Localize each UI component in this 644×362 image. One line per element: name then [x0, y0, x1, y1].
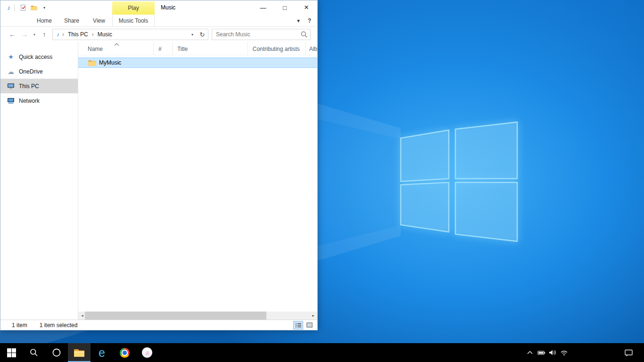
start-button[interactable] [0, 343, 23, 362]
taskbar-file-explorer-button[interactable] [68, 343, 91, 362]
cortana-circle-icon [52, 348, 61, 357]
column-header-number[interactable]: # [154, 42, 173, 55]
sidebar-item-label: OneDrive [19, 68, 43, 75]
qat-new-folder-icon[interactable] [29, 2, 39, 13]
sort-ascending-icon [115, 43, 119, 48]
breadcrumb-separator: › [92, 31, 94, 38]
tab-view[interactable]: View [85, 15, 113, 26]
search-box [212, 29, 311, 40]
column-header-name[interactable]: Name [78, 42, 154, 55]
battery-icon[interactable] [536, 343, 547, 362]
horizontal-scrollbar[interactable]: ◄ ► [78, 312, 317, 320]
folder-icon [88, 60, 96, 66]
qat-customize-chevron-icon[interactable]: ▾ [39, 2, 50, 13]
quick-access-star-icon: ★ [7, 53, 15, 60]
desktop: ♪ ▾ Play Music — □ [0, 0, 644, 362]
column-headers: Name # Title Contributing artists Alb [78, 42, 317, 55]
sidebar-item-this-pc[interactable]: This PC [0, 79, 78, 93]
up-button[interactable]: ↑ [38, 28, 50, 41]
close-button[interactable]: × [296, 0, 317, 15]
recent-locations-chevron-icon[interactable]: ▾ [31, 28, 38, 41]
scrollbar-thumb[interactable] [85, 312, 266, 320]
chrome-icon [120, 348, 130, 358]
status-bar: 1 item 1 item selected [0, 320, 317, 330]
forward-button[interactable]: → [18, 28, 31, 41]
file-explorer-window: ♪ ▾ Play Music — □ [0, 0, 318, 330]
minimize-button[interactable]: — [252, 0, 274, 15]
onedrive-cloud-icon: ☁ [7, 68, 15, 75]
breadcrumb-music[interactable]: Music [97, 31, 113, 38]
maximize-button[interactable]: □ [274, 0, 296, 15]
navigation-pane: ★ Quick access ☁ OneDrive [0, 42, 78, 320]
address-row: ← → ▾ ↑ ♪ › This PC › Music ▾ ↻ [0, 27, 317, 42]
window-title: Music [161, 0, 175, 15]
help-button[interactable]: ? [305, 17, 314, 25]
network-icon [7, 98, 15, 104]
file-list-panel: Name # Title Contributing artists Alb [78, 42, 317, 320]
hidden-icons-chevron-icon[interactable] [524, 343, 536, 362]
column-header-contributing-artists[interactable]: Contributing artists [248, 42, 306, 55]
speaker-icon[interactable] [547, 343, 558, 362]
window-controls: — □ × [252, 0, 317, 15]
sidebar-item-onedrive[interactable]: ☁ OneDrive [0, 64, 78, 79]
file-row-mymusic[interactable]: MyMusic [78, 58, 317, 68]
windows-logo-icon [7, 348, 16, 357]
action-center-icon [624, 349, 633, 357]
address-dropdown-chevron-icon[interactable]: ▾ [188, 33, 197, 37]
tab-music-tools[interactable]: Music Tools [112, 15, 155, 27]
address-bar[interactable]: ♪ › This PC › Music ▾ ↻ [52, 29, 208, 40]
sidebar-item-label: Network [19, 98, 40, 104]
view-toggles [293, 321, 314, 329]
network-wifi-icon[interactable] [558, 343, 570, 362]
search-input[interactable] [212, 31, 301, 38]
selection-count: 1 item selected [40, 322, 78, 329]
itunes-button[interactable]: ♫ [136, 343, 158, 362]
large-icons-view-button[interactable] [305, 321, 314, 329]
contextual-group-play[interactable]: Play [112, 1, 155, 15]
tab-file[interactable]: File [5, 15, 31, 26]
scroll-right-arrow-icon[interactable]: ► [309, 312, 317, 320]
internet-explorer-button[interactable]: e [91, 343, 113, 362]
location-music-icon: ♪ [57, 31, 59, 38]
details-view-button[interactable] [293, 321, 303, 329]
search-icon [30, 348, 38, 357]
sidebar-item-network[interactable]: Network [0, 93, 78, 108]
column-header-title[interactable]: Title [173, 42, 248, 55]
ribbon-expand-chevron-icon[interactable]: ▾ [297, 17, 300, 24]
back-button[interactable]: ← [6, 28, 18, 41]
sidebar-item-label: This PC [19, 83, 39, 90]
itunes-icon: ♫ [142, 347, 152, 358]
refresh-button[interactable]: ↻ [197, 31, 208, 38]
file-name: MyMusic [99, 59, 121, 66]
file-explorer-folder-icon [74, 348, 85, 357]
tab-home[interactable]: Home [31, 15, 58, 26]
titlebar[interactable]: ♪ ▾ Play Music — □ [0, 0, 317, 15]
system-tray [524, 343, 570, 362]
tab-share[interactable]: Share [58, 15, 85, 26]
chrome-button[interactable] [113, 343, 136, 362]
qat-divider [14, 4, 15, 11]
internet-explorer-icon: e [99, 347, 105, 359]
explorer-main: ★ Quick access ☁ OneDrive [0, 42, 317, 320]
ribbon-tab-bar: File Home Share View Music Tools ▾ ? [0, 15, 317, 27]
search-icon [301, 31, 307, 38]
cortana-button[interactable] [45, 343, 68, 362]
column-header-album[interactable]: Alb [306, 42, 317, 55]
taskbar-search-button[interactable] [23, 343, 45, 362]
breadcrumb-this-pc[interactable]: This PC [67, 31, 89, 38]
breadcrumb-separator: › [62, 31, 64, 38]
items-count: 1 item [12, 322, 27, 329]
qat-properties-icon[interactable] [18, 2, 29, 13]
sidebar-item-quick-access[interactable]: ★ Quick access [0, 49, 78, 64]
file-list[interactable]: MyMusic [78, 55, 317, 312]
music-app-icon: ♪ [7, 4, 10, 11]
action-center-button[interactable] [619, 343, 638, 362]
taskbar: e ♫ [0, 343, 644, 362]
sidebar-item-label: Quick access [19, 54, 52, 60]
this-pc-monitor-icon [7, 83, 15, 90]
